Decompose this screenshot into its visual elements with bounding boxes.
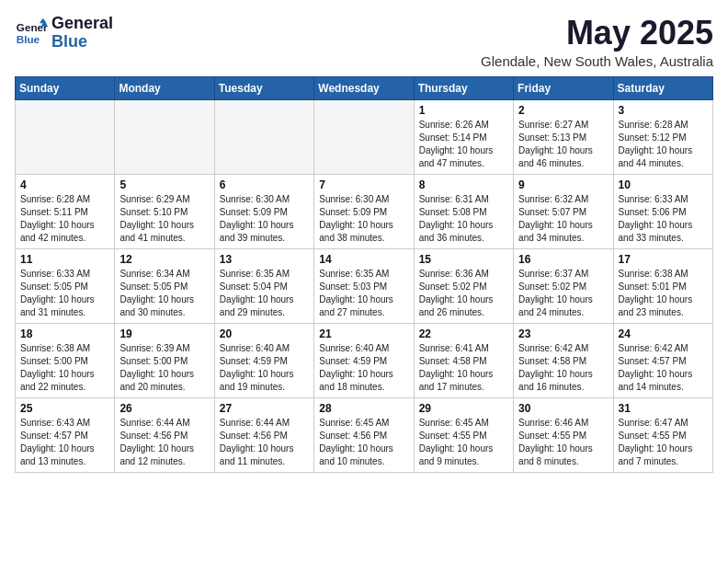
calendar-cell: 5Sunrise: 6:29 AM Sunset: 5:10 PM Daylig… bbox=[115, 174, 214, 248]
day-info: Sunrise: 6:42 AM Sunset: 4:57 PM Dayligh… bbox=[619, 342, 708, 394]
day-info: Sunrise: 6:26 AM Sunset: 5:14 PM Dayligh… bbox=[419, 119, 508, 170]
day-number: 9 bbox=[518, 178, 608, 191]
weekday-header-saturday: Saturday bbox=[613, 76, 712, 99]
day-info: Sunrise: 6:37 AM Sunset: 5:02 PM Dayligh… bbox=[518, 268, 608, 319]
day-info: Sunrise: 6:40 AM Sunset: 4:59 PM Dayligh… bbox=[220, 342, 309, 394]
day-info: Sunrise: 6:41 AM Sunset: 4:58 PM Dayligh… bbox=[419, 342, 508, 394]
day-number: 10 bbox=[619, 178, 708, 191]
day-number: 7 bbox=[319, 178, 408, 191]
calendar-cell: 28Sunrise: 6:45 AM Sunset: 4:56 PM Dayli… bbox=[314, 397, 414, 472]
location-subtitle: Glendale, New South Wales, Australia bbox=[481, 53, 713, 69]
day-number: 29 bbox=[419, 402, 508, 415]
weekday-header-friday: Friday bbox=[514, 76, 613, 99]
week-row-4: 18Sunrise: 6:38 AM Sunset: 5:00 PM Dayli… bbox=[16, 323, 713, 397]
calendar-cell: 26Sunrise: 6:44 AM Sunset: 4:56 PM Dayli… bbox=[115, 397, 214, 472]
calendar-cell: 15Sunrise: 6:36 AM Sunset: 5:02 PM Dayli… bbox=[414, 248, 513, 323]
calendar-cell: 25Sunrise: 6:43 AM Sunset: 4:57 PM Dayli… bbox=[16, 397, 115, 472]
day-info: Sunrise: 6:31 AM Sunset: 5:08 PM Dayligh… bbox=[419, 193, 508, 245]
day-number: 22 bbox=[419, 327, 508, 340]
week-row-5: 25Sunrise: 6:43 AM Sunset: 4:57 PM Dayli… bbox=[16, 397, 713, 472]
day-info: Sunrise: 6:33 AM Sunset: 5:05 PM Dayligh… bbox=[20, 268, 109, 319]
calendar-cell: 31Sunrise: 6:47 AM Sunset: 4:55 PM Dayli… bbox=[613, 397, 712, 472]
week-row-2: 4Sunrise: 6:28 AM Sunset: 5:11 PM Daylig… bbox=[16, 174, 713, 248]
day-info: Sunrise: 6:28 AM Sunset: 5:12 PM Dayligh… bbox=[619, 119, 708, 170]
month-title: May 2025 bbox=[481, 15, 713, 52]
day-info: Sunrise: 6:46 AM Sunset: 4:55 PM Dayligh… bbox=[518, 417, 608, 468]
day-info: Sunrise: 6:43 AM Sunset: 4:57 PM Dayligh… bbox=[20, 417, 109, 468]
day-number: 15 bbox=[419, 253, 508, 266]
page-header: General Blue General Blue May 2025 Glend… bbox=[15, 15, 713, 69]
calendar-cell: 14Sunrise: 6:35 AM Sunset: 5:03 PM Dayli… bbox=[314, 248, 414, 323]
calendar-cell: 4Sunrise: 6:28 AM Sunset: 5:11 PM Daylig… bbox=[16, 174, 115, 248]
day-info: Sunrise: 6:44 AM Sunset: 4:56 PM Dayligh… bbox=[220, 417, 309, 468]
day-info: Sunrise: 6:28 AM Sunset: 5:11 PM Dayligh… bbox=[20, 193, 109, 245]
day-info: Sunrise: 6:45 AM Sunset: 4:56 PM Dayligh… bbox=[319, 417, 408, 468]
day-number: 17 bbox=[619, 253, 708, 266]
day-number: 27 bbox=[220, 402, 309, 415]
day-number: 5 bbox=[119, 178, 209, 191]
calendar-cell: 29Sunrise: 6:45 AM Sunset: 4:55 PM Dayli… bbox=[414, 397, 513, 472]
day-number: 23 bbox=[518, 327, 608, 340]
day-number: 1 bbox=[419, 104, 508, 117]
calendar-cell: 21Sunrise: 6:40 AM Sunset: 4:59 PM Dayli… bbox=[314, 323, 414, 397]
week-row-3: 11Sunrise: 6:33 AM Sunset: 5:05 PM Dayli… bbox=[16, 248, 713, 323]
calendar-table: SundayMondayTuesdayWednesdayThursdayFrid… bbox=[15, 76, 713, 473]
weekday-header-wednesday: Wednesday bbox=[314, 76, 414, 99]
day-number: 30 bbox=[518, 402, 608, 415]
day-number: 2 bbox=[518, 104, 608, 117]
day-number: 20 bbox=[220, 327, 309, 340]
calendar-cell: 22Sunrise: 6:41 AM Sunset: 4:58 PM Dayli… bbox=[414, 323, 513, 397]
day-number: 19 bbox=[119, 327, 209, 340]
day-number: 24 bbox=[619, 327, 708, 340]
day-info: Sunrise: 6:38 AM Sunset: 5:00 PM Dayligh… bbox=[20, 342, 109, 394]
calendar-cell: 18Sunrise: 6:38 AM Sunset: 5:00 PM Dayli… bbox=[16, 323, 115, 397]
calendar-cell: 1Sunrise: 6:26 AM Sunset: 5:14 PM Daylig… bbox=[414, 99, 513, 174]
weekday-header-row: SundayMondayTuesdayWednesdayThursdayFrid… bbox=[16, 76, 713, 99]
logo-icon: General Blue bbox=[15, 17, 48, 50]
calendar-cell: 3Sunrise: 6:28 AM Sunset: 5:12 PM Daylig… bbox=[613, 99, 712, 174]
day-number: 25 bbox=[20, 402, 109, 415]
calendar-cell: 23Sunrise: 6:42 AM Sunset: 4:58 PM Dayli… bbox=[514, 323, 613, 397]
day-info: Sunrise: 6:40 AM Sunset: 4:59 PM Dayligh… bbox=[319, 342, 408, 394]
calendar-cell: 20Sunrise: 6:40 AM Sunset: 4:59 PM Dayli… bbox=[214, 323, 313, 397]
day-info: Sunrise: 6:32 AM Sunset: 5:07 PM Dayligh… bbox=[518, 193, 608, 245]
calendar-cell: 13Sunrise: 6:35 AM Sunset: 5:04 PM Dayli… bbox=[214, 248, 313, 323]
day-number: 3 bbox=[619, 104, 708, 117]
calendar-cell bbox=[214, 99, 313, 174]
day-info: Sunrise: 6:27 AM Sunset: 5:13 PM Dayligh… bbox=[518, 119, 608, 170]
day-number: 11 bbox=[20, 253, 109, 266]
day-number: 31 bbox=[619, 402, 708, 415]
title-block: May 2025 Glendale, New South Wales, Aust… bbox=[481, 15, 713, 69]
calendar-cell bbox=[16, 99, 115, 174]
day-number: 14 bbox=[319, 253, 408, 266]
calendar-cell: 2Sunrise: 6:27 AM Sunset: 5:13 PM Daylig… bbox=[514, 99, 613, 174]
logo: General Blue General Blue bbox=[15, 15, 113, 52]
weekday-header-tuesday: Tuesday bbox=[214, 76, 313, 99]
weekday-header-monday: Monday bbox=[115, 76, 214, 99]
calendar-cell: 10Sunrise: 6:33 AM Sunset: 5:06 PM Dayli… bbox=[613, 174, 712, 248]
day-info: Sunrise: 6:35 AM Sunset: 5:04 PM Dayligh… bbox=[220, 268, 309, 319]
calendar-cell: 17Sunrise: 6:38 AM Sunset: 5:01 PM Dayli… bbox=[613, 248, 712, 323]
day-info: Sunrise: 6:34 AM Sunset: 5:05 PM Dayligh… bbox=[119, 268, 209, 319]
day-info: Sunrise: 6:33 AM Sunset: 5:06 PM Dayligh… bbox=[619, 193, 708, 245]
calendar-cell: 8Sunrise: 6:31 AM Sunset: 5:08 PM Daylig… bbox=[414, 174, 513, 248]
calendar-cell: 24Sunrise: 6:42 AM Sunset: 4:57 PM Dayli… bbox=[613, 323, 712, 397]
day-info: Sunrise: 6:42 AM Sunset: 4:58 PM Dayligh… bbox=[518, 342, 608, 394]
calendar-cell: 6Sunrise: 6:30 AM Sunset: 5:09 PM Daylig… bbox=[214, 174, 313, 248]
calendar-cell bbox=[115, 99, 214, 174]
day-info: Sunrise: 6:36 AM Sunset: 5:02 PM Dayligh… bbox=[419, 268, 508, 319]
calendar-cell bbox=[314, 99, 414, 174]
day-info: Sunrise: 6:38 AM Sunset: 5:01 PM Dayligh… bbox=[619, 268, 708, 319]
calendar-cell: 11Sunrise: 6:33 AM Sunset: 5:05 PM Dayli… bbox=[16, 248, 115, 323]
day-number: 13 bbox=[220, 253, 309, 266]
calendar-cell: 12Sunrise: 6:34 AM Sunset: 5:05 PM Dayli… bbox=[115, 248, 214, 323]
logo-blue: Blue bbox=[51, 33, 113, 52]
weekday-header-sunday: Sunday bbox=[16, 76, 115, 99]
logo-general: General bbox=[51, 15, 113, 33]
day-info: Sunrise: 6:30 AM Sunset: 5:09 PM Dayligh… bbox=[220, 193, 309, 245]
day-info: Sunrise: 6:44 AM Sunset: 4:56 PM Dayligh… bbox=[119, 417, 209, 468]
day-info: Sunrise: 6:30 AM Sunset: 5:09 PM Dayligh… bbox=[319, 193, 408, 245]
day-number: 26 bbox=[119, 402, 209, 415]
day-info: Sunrise: 6:35 AM Sunset: 5:03 PM Dayligh… bbox=[319, 268, 408, 319]
day-number: 16 bbox=[518, 253, 608, 266]
